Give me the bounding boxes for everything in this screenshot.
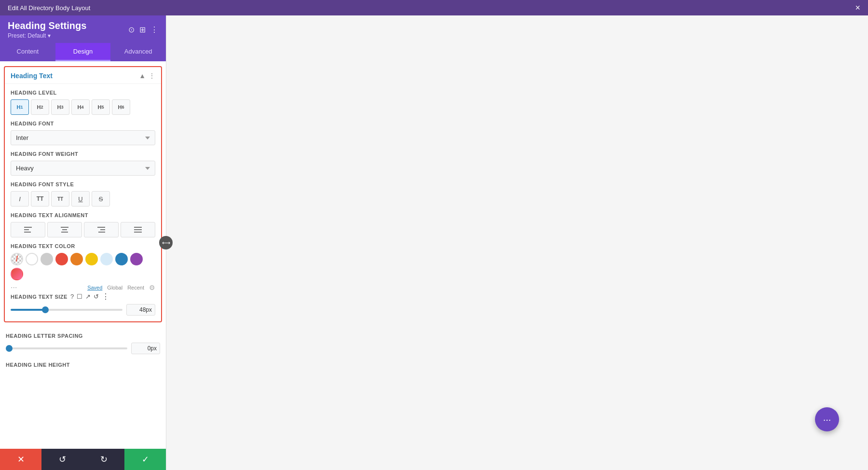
fab-icon: ···	[823, 414, 831, 425]
text-size-reset-icon[interactable]: ↺	[94, 293, 99, 300]
heading-level-h2[interactable]: H2	[31, 99, 49, 115]
heading-font-select[interactable]: Inter Arial Helvetica Georgia	[11, 130, 155, 145]
redo-button[interactable]: ↻	[83, 449, 124, 470]
bottom-toolbar: ✕ ↺ ↻ ✓	[0, 449, 166, 470]
align-buttons	[11, 222, 155, 237]
heading-letter-spacing-label: Heading Letter Spacing	[6, 333, 160, 339]
letter-spacing-slider[interactable]	[6, 347, 127, 349]
text-size-help-icon[interactable]: ?	[70, 293, 74, 300]
style-underline-button[interactable]: U	[71, 191, 90, 207]
panel-preset[interactable]: Preset: Default ▾	[8, 32, 86, 39]
letter-spacing-range-row	[6, 343, 160, 354]
color-yellow[interactable]	[85, 253, 98, 265]
heading-line-height-label: Heading Line Height	[6, 362, 160, 368]
panel-content: Heading Text ▲ ⋮ Heading Level H1 H2 H3 …	[0, 61, 166, 449]
color-light-gray[interactable]	[41, 253, 53, 265]
section-header-icons: ▲ ⋮	[139, 72, 155, 80]
color-red[interactable]	[55, 253, 68, 265]
panel-title-group: Heading Settings Preset: Default ▾	[8, 20, 86, 39]
heading-text-section: Heading Text ▲ ⋮ Heading Level H1 H2 H3 …	[4, 66, 162, 322]
color-swatches	[11, 253, 155, 280]
heading-font-style-label: Heading Font Style	[11, 181, 155, 187]
svg-rect-4	[62, 229, 67, 230]
heading-level-h3[interactable]: H3	[51, 99, 69, 115]
tab-design[interactable]: Design	[55, 43, 111, 61]
text-size-device-icon[interactable]: ☐	[77, 293, 82, 300]
svg-rect-5	[61, 232, 68, 233]
svg-rect-11	[134, 232, 142, 233]
style-bold-button[interactable]: TT	[31, 191, 49, 207]
color-tabs-row: ··· Saved Global Recent ⚙	[11, 283, 155, 292]
heading-level-h1[interactable]: H1	[11, 99, 29, 115]
align-left-button[interactable]	[11, 222, 45, 237]
svg-rect-1	[24, 229, 29, 230]
panel-header: Heading Settings Preset: Default ▾ ⊙ ⊞ ⋮	[0, 15, 166, 43]
style-strikethrough-button[interactable]: S	[92, 191, 110, 207]
svg-rect-10	[134, 229, 142, 230]
svg-rect-9	[134, 227, 142, 228]
heading-font-label: Heading Font	[11, 121, 155, 126]
more-options-icon[interactable]: ⋮	[150, 25, 158, 34]
text-size-row: Heading Text Size ? ☐ ↗ ↺ ⋮	[11, 292, 155, 301]
color-settings-icon[interactable]: ⚙	[149, 284, 155, 291]
text-size-input[interactable]	[126, 304, 155, 316]
text-size-link-icon[interactable]: ↗	[85, 293, 91, 300]
style-italic-button[interactable]: I	[11, 191, 29, 207]
fab-button[interactable]: ···	[815, 407, 839, 431]
top-bar-title: Edit All Directory Body Layout	[8, 4, 90, 12]
resize-handle[interactable]: ⟷	[159, 236, 173, 249]
color-white[interactable]	[26, 253, 38, 265]
close-icon[interactable]: ×	[855, 3, 860, 13]
undo-button[interactable]: ↺	[41, 449, 83, 470]
panel-header-icons: ⊙ ⊞ ⋮	[128, 25, 158, 34]
color-light-blue[interactable]	[100, 253, 113, 265]
heading-text-color-label: Heading Text Color	[11, 243, 155, 249]
svg-rect-2	[24, 232, 31, 233]
color-orange[interactable]	[70, 253, 83, 265]
section-header: Heading Text ▲ ⋮	[5, 67, 161, 84]
layout-icon[interactable]: ⊞	[139, 25, 146, 34]
color-transparent[interactable]	[11, 253, 23, 265]
collapse-icon[interactable]: ▲	[139, 72, 146, 80]
color-tab-global[interactable]: Global	[107, 285, 122, 290]
settings-icon[interactable]: ⊙	[128, 25, 135, 34]
align-right-button[interactable]	[84, 222, 119, 237]
svg-rect-7	[100, 229, 105, 230]
color-tab-recent[interactable]: Recent	[127, 285, 144, 290]
main-layout: Heading Settings Preset: Default ▾ ⊙ ⊞ ⋮…	[0, 15, 868, 470]
cancel-button[interactable]: ✕	[0, 449, 41, 470]
left-panel: Heading Settings Preset: Default ▾ ⊙ ⊞ ⋮…	[0, 15, 166, 470]
heading-level-h6[interactable]: H6	[112, 99, 130, 115]
color-purple[interactable]	[130, 253, 143, 265]
svg-rect-3	[61, 227, 68, 228]
style-caps-button[interactable]: Tt	[51, 191, 69, 207]
heading-level-h4[interactable]: H4	[71, 99, 90, 115]
heading-font-weight-select[interactable]: Light Regular Medium Bold Heavy Black	[11, 161, 155, 176]
align-center-button[interactable]	[47, 222, 82, 237]
heading-level-label: Heading Level	[11, 90, 155, 96]
text-size-more-icon[interactable]: ⋮	[102, 292, 109, 301]
heading-levels: H1 H2 H3 H4 H5 H6	[11, 99, 155, 115]
style-buttons: I TT Tt U S	[11, 191, 155, 207]
color-blue[interactable]	[115, 253, 128, 265]
svg-rect-0	[24, 227, 32, 228]
svg-rect-6	[97, 227, 105, 228]
align-justify-button[interactable]	[121, 222, 155, 237]
color-dots[interactable]: ···	[11, 283, 17, 292]
text-size-slider[interactable]	[11, 309, 122, 311]
tabs-row: Content Design Advanced	[0, 43, 166, 61]
section-more-icon[interactable]: ⋮	[149, 72, 155, 80]
heading-font-weight-label: Heading Font Weight	[11, 151, 155, 157]
tab-content[interactable]: Content	[0, 43, 55, 61]
tab-advanced[interactable]: Advanced	[110, 43, 166, 61]
svg-rect-8	[98, 232, 105, 233]
text-size-range-row	[11, 304, 155, 316]
outside-section: Heading Letter Spacing Heading Line Heig…	[0, 327, 166, 377]
color-tab-saved[interactable]: Saved	[87, 285, 102, 290]
letter-spacing-input[interactable]	[131, 343, 160, 354]
heading-level-h5[interactable]: H5	[92, 99, 110, 115]
top-bar: Edit All Directory Body Layout ×	[0, 0, 868, 15]
heading-text-size-label: Heading Text Size	[11, 294, 68, 300]
color-gradient[interactable]	[11, 268, 23, 280]
save-button[interactable]: ✓	[124, 449, 166, 470]
